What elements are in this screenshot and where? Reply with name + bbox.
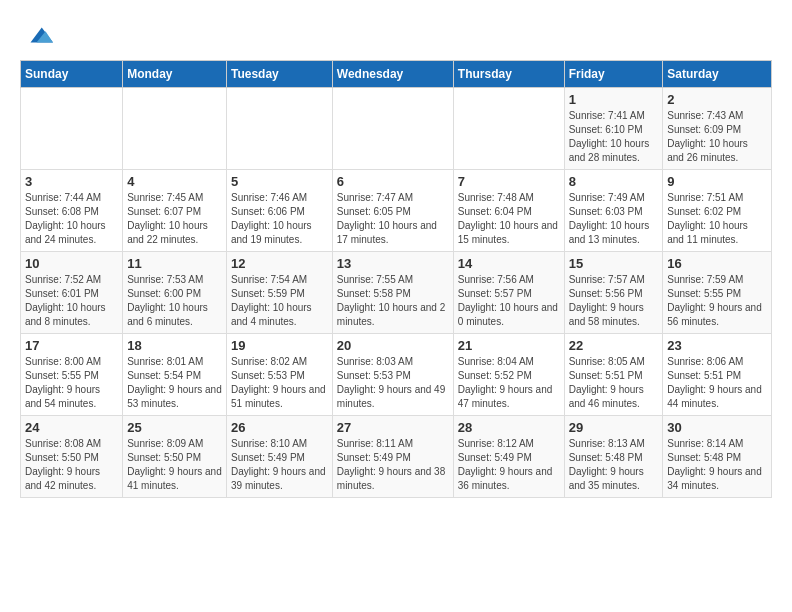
day-cell: 26Sunrise: 8:10 AM Sunset: 5:49 PM Dayli… bbox=[227, 416, 333, 498]
header-saturday: Saturday bbox=[663, 61, 772, 88]
day-cell: 24Sunrise: 8:08 AM Sunset: 5:50 PM Dayli… bbox=[21, 416, 123, 498]
day-info: Sunrise: 8:13 AM Sunset: 5:48 PM Dayligh… bbox=[569, 437, 659, 493]
day-number: 21 bbox=[458, 338, 560, 353]
day-info: Sunrise: 8:04 AM Sunset: 5:52 PM Dayligh… bbox=[458, 355, 560, 411]
day-info: Sunrise: 7:57 AM Sunset: 5:56 PM Dayligh… bbox=[569, 273, 659, 329]
day-info: Sunrise: 8:03 AM Sunset: 5:53 PM Dayligh… bbox=[337, 355, 449, 411]
day-cell: 2Sunrise: 7:43 AM Sunset: 6:09 PM Daylig… bbox=[663, 88, 772, 170]
day-number: 24 bbox=[25, 420, 118, 435]
header-tuesday: Tuesday bbox=[227, 61, 333, 88]
day-info: Sunrise: 8:06 AM Sunset: 5:51 PM Dayligh… bbox=[667, 355, 767, 411]
day-number: 13 bbox=[337, 256, 449, 271]
day-cell: 20Sunrise: 8:03 AM Sunset: 5:53 PM Dayli… bbox=[332, 334, 453, 416]
day-cell: 10Sunrise: 7:52 AM Sunset: 6:01 PM Dayli… bbox=[21, 252, 123, 334]
day-cell: 6Sunrise: 7:47 AM Sunset: 6:05 PM Daylig… bbox=[332, 170, 453, 252]
day-number: 10 bbox=[25, 256, 118, 271]
week-row-3: 10Sunrise: 7:52 AM Sunset: 6:01 PM Dayli… bbox=[21, 252, 772, 334]
day-number: 8 bbox=[569, 174, 659, 189]
day-cell: 14Sunrise: 7:56 AM Sunset: 5:57 PM Dayli… bbox=[453, 252, 564, 334]
day-cell: 25Sunrise: 8:09 AM Sunset: 5:50 PM Dayli… bbox=[123, 416, 227, 498]
day-number: 18 bbox=[127, 338, 222, 353]
day-number: 3 bbox=[25, 174, 118, 189]
day-info: Sunrise: 8:00 AM Sunset: 5:55 PM Dayligh… bbox=[25, 355, 118, 411]
day-cell bbox=[332, 88, 453, 170]
day-number: 15 bbox=[569, 256, 659, 271]
day-number: 30 bbox=[667, 420, 767, 435]
day-number: 9 bbox=[667, 174, 767, 189]
day-number: 5 bbox=[231, 174, 328, 189]
day-cell: 21Sunrise: 8:04 AM Sunset: 5:52 PM Dayli… bbox=[453, 334, 564, 416]
day-number: 4 bbox=[127, 174, 222, 189]
day-number: 27 bbox=[337, 420, 449, 435]
day-number: 1 bbox=[569, 92, 659, 107]
day-info: Sunrise: 7:54 AM Sunset: 5:59 PM Dayligh… bbox=[231, 273, 328, 329]
day-cell: 9Sunrise: 7:51 AM Sunset: 6:02 PM Daylig… bbox=[663, 170, 772, 252]
week-row-5: 24Sunrise: 8:08 AM Sunset: 5:50 PM Dayli… bbox=[21, 416, 772, 498]
day-cell: 23Sunrise: 8:06 AM Sunset: 5:51 PM Dayli… bbox=[663, 334, 772, 416]
header-wednesday: Wednesday bbox=[332, 61, 453, 88]
day-cell bbox=[21, 88, 123, 170]
page-header bbox=[20, 20, 772, 50]
day-cell: 11Sunrise: 7:53 AM Sunset: 6:00 PM Dayli… bbox=[123, 252, 227, 334]
logo bbox=[20, 20, 53, 50]
day-number: 14 bbox=[458, 256, 560, 271]
day-info: Sunrise: 7:47 AM Sunset: 6:05 PM Dayligh… bbox=[337, 191, 449, 247]
day-number: 16 bbox=[667, 256, 767, 271]
day-info: Sunrise: 7:49 AM Sunset: 6:03 PM Dayligh… bbox=[569, 191, 659, 247]
day-info: Sunrise: 7:52 AM Sunset: 6:01 PM Dayligh… bbox=[25, 273, 118, 329]
day-cell: 7Sunrise: 7:48 AM Sunset: 6:04 PM Daylig… bbox=[453, 170, 564, 252]
day-number: 19 bbox=[231, 338, 328, 353]
day-cell bbox=[227, 88, 333, 170]
logo-icon bbox=[23, 20, 53, 50]
day-cell: 13Sunrise: 7:55 AM Sunset: 5:58 PM Dayli… bbox=[332, 252, 453, 334]
day-info: Sunrise: 8:08 AM Sunset: 5:50 PM Dayligh… bbox=[25, 437, 118, 493]
day-info: Sunrise: 7:56 AM Sunset: 5:57 PM Dayligh… bbox=[458, 273, 560, 329]
day-number: 7 bbox=[458, 174, 560, 189]
day-cell: 18Sunrise: 8:01 AM Sunset: 5:54 PM Dayli… bbox=[123, 334, 227, 416]
day-info: Sunrise: 8:09 AM Sunset: 5:50 PM Dayligh… bbox=[127, 437, 222, 493]
week-row-1: 1Sunrise: 7:41 AM Sunset: 6:10 PM Daylig… bbox=[21, 88, 772, 170]
day-number: 23 bbox=[667, 338, 767, 353]
header-friday: Friday bbox=[564, 61, 663, 88]
day-info: Sunrise: 7:55 AM Sunset: 5:58 PM Dayligh… bbox=[337, 273, 449, 329]
day-info: Sunrise: 7:44 AM Sunset: 6:08 PM Dayligh… bbox=[25, 191, 118, 247]
day-cell: 30Sunrise: 8:14 AM Sunset: 5:48 PM Dayli… bbox=[663, 416, 772, 498]
day-number: 6 bbox=[337, 174, 449, 189]
day-info: Sunrise: 8:14 AM Sunset: 5:48 PM Dayligh… bbox=[667, 437, 767, 493]
day-info: Sunrise: 8:02 AM Sunset: 5:53 PM Dayligh… bbox=[231, 355, 328, 411]
day-info: Sunrise: 7:53 AM Sunset: 6:00 PM Dayligh… bbox=[127, 273, 222, 329]
day-number: 12 bbox=[231, 256, 328, 271]
day-info: Sunrise: 7:51 AM Sunset: 6:02 PM Dayligh… bbox=[667, 191, 767, 247]
day-cell: 3Sunrise: 7:44 AM Sunset: 6:08 PM Daylig… bbox=[21, 170, 123, 252]
day-info: Sunrise: 7:46 AM Sunset: 6:06 PM Dayligh… bbox=[231, 191, 328, 247]
header-sunday: Sunday bbox=[21, 61, 123, 88]
day-number: 29 bbox=[569, 420, 659, 435]
day-info: Sunrise: 8:10 AM Sunset: 5:49 PM Dayligh… bbox=[231, 437, 328, 493]
day-cell bbox=[123, 88, 227, 170]
header-row: SundayMondayTuesdayWednesdayThursdayFrid… bbox=[21, 61, 772, 88]
header-monday: Monday bbox=[123, 61, 227, 88]
day-cell: 5Sunrise: 7:46 AM Sunset: 6:06 PM Daylig… bbox=[227, 170, 333, 252]
day-number: 20 bbox=[337, 338, 449, 353]
day-cell: 19Sunrise: 8:02 AM Sunset: 5:53 PM Dayli… bbox=[227, 334, 333, 416]
day-info: Sunrise: 8:12 AM Sunset: 5:49 PM Dayligh… bbox=[458, 437, 560, 493]
day-info: Sunrise: 8:05 AM Sunset: 5:51 PM Dayligh… bbox=[569, 355, 659, 411]
day-number: 17 bbox=[25, 338, 118, 353]
week-row-4: 17Sunrise: 8:00 AM Sunset: 5:55 PM Dayli… bbox=[21, 334, 772, 416]
week-row-2: 3Sunrise: 7:44 AM Sunset: 6:08 PM Daylig… bbox=[21, 170, 772, 252]
day-number: 11 bbox=[127, 256, 222, 271]
day-number: 22 bbox=[569, 338, 659, 353]
day-cell: 29Sunrise: 8:13 AM Sunset: 5:48 PM Dayli… bbox=[564, 416, 663, 498]
day-cell: 12Sunrise: 7:54 AM Sunset: 5:59 PM Dayli… bbox=[227, 252, 333, 334]
day-cell: 16Sunrise: 7:59 AM Sunset: 5:55 PM Dayli… bbox=[663, 252, 772, 334]
day-cell bbox=[453, 88, 564, 170]
day-info: Sunrise: 7:45 AM Sunset: 6:07 PM Dayligh… bbox=[127, 191, 222, 247]
day-number: 2 bbox=[667, 92, 767, 107]
day-cell: 22Sunrise: 8:05 AM Sunset: 5:51 PM Dayli… bbox=[564, 334, 663, 416]
day-info: Sunrise: 8:01 AM Sunset: 5:54 PM Dayligh… bbox=[127, 355, 222, 411]
day-info: Sunrise: 7:48 AM Sunset: 6:04 PM Dayligh… bbox=[458, 191, 560, 247]
day-cell: 28Sunrise: 8:12 AM Sunset: 5:49 PM Dayli… bbox=[453, 416, 564, 498]
calendar-table: SundayMondayTuesdayWednesdayThursdayFrid… bbox=[20, 60, 772, 498]
day-number: 25 bbox=[127, 420, 222, 435]
day-cell: 1Sunrise: 7:41 AM Sunset: 6:10 PM Daylig… bbox=[564, 88, 663, 170]
